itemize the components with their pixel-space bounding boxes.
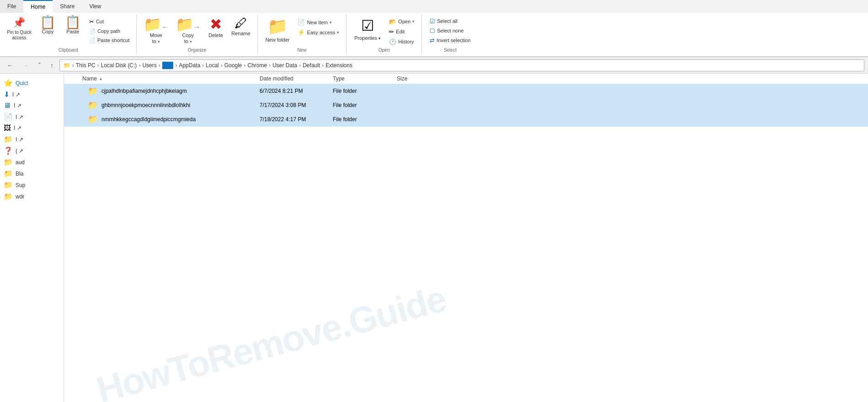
sidebar-item-documents[interactable]: 📄 I ↗ bbox=[0, 111, 64, 123]
edit-label: Edit bbox=[396, 29, 405, 34]
open-small-buttons: 📂 Open ▾ ✏ Edit 🕐 History bbox=[386, 15, 418, 47]
invert-selection-button[interactable]: ⇄ Invert selection bbox=[426, 36, 474, 45]
select-all-icon: ☑ bbox=[430, 18, 435, 25]
sidebar-item-downloads[interactable]: ⬇ I ↗ bbox=[0, 89, 64, 100]
file-name-2: 📁 nmmhkkegccagdldgiimedpiccmgmieda bbox=[64, 114, 256, 124]
file-row-0[interactable]: 📁 cjpalhdlnbpafiamejdnhcphjbkeiagm 6/7/2… bbox=[64, 84, 868, 98]
copy-label-text: Copy bbox=[42, 29, 54, 34]
properties-label: Properties ▾ bbox=[354, 35, 381, 41]
move-to-button[interactable]: 📁← Moveto ▾ bbox=[140, 15, 171, 47]
pictures-icon: 🖼 bbox=[4, 124, 11, 132]
file-row-1[interactable]: 📁 ghbmnnjooekpmoecnnnilnnbdlolhkhi 7/17/… bbox=[64, 98, 868, 113]
sidebar-wdr-label: wdr bbox=[16, 193, 24, 200]
new-folder-button[interactable]: 📁 New folder bbox=[261, 15, 294, 47]
copy-path-button[interactable]: 📄 Copy path bbox=[86, 27, 133, 36]
open-buttons-row: ☑ Properties ▾ 📂 Open ▾ ✏ Edit 🕐 bbox=[350, 15, 418, 47]
select-all-button[interactable]: ☑ Select all bbox=[426, 16, 474, 26]
history-icon: 🕐 bbox=[389, 38, 396, 45]
new-buttons-row: 📁 New folder 📄 New item ▾ ⚡ Easy access … bbox=[261, 15, 342, 47]
folder1-icon: 📁 bbox=[4, 135, 13, 144]
new-group-label: New bbox=[261, 47, 342, 54]
breadcrumb-appdata[interactable]: AppData bbox=[179, 62, 200, 69]
breadcrumb-users[interactable]: Users bbox=[142, 62, 156, 69]
cut-icon: ✂ bbox=[89, 18, 94, 25]
breadcrumb-default[interactable]: Default bbox=[303, 62, 320, 69]
recent-button[interactable]: ˅ bbox=[35, 60, 44, 70]
edit-button[interactable]: ✏ Edit bbox=[386, 27, 418, 37]
tab-share[interactable]: Share bbox=[53, 0, 82, 13]
tab-home[interactable]: Home bbox=[23, 0, 53, 13]
file-type-1: File folder bbox=[329, 102, 393, 108]
tab-file[interactable]: File bbox=[0, 0, 23, 13]
properties-icon: ☑ bbox=[361, 17, 374, 34]
move-to-icon: 📁← bbox=[144, 17, 168, 32]
clipboard-small-buttons: ✂ Cut 📄 Copy path 📄 Paste shortcut bbox=[86, 15, 133, 47]
sidebar-item-pictures[interactable]: 🖼 I ↗ bbox=[0, 123, 64, 134]
breadcrumb[interactable]: 📁 › This PC › Local Disk (C:) › Users › … bbox=[59, 59, 864, 71]
copy-button[interactable]: 📋 Home Copy bbox=[36, 15, 60, 47]
col-header-size[interactable]: Size bbox=[393, 75, 439, 82]
forward-button[interactable]: → bbox=[19, 60, 32, 70]
easy-access-button[interactable]: ⚡ Easy access ▾ bbox=[294, 27, 342, 37]
col-header-type[interactable]: Type bbox=[329, 75, 393, 82]
select-none-icon: ☐ bbox=[430, 27, 435, 34]
sidebar-item-folder1[interactable]: 📁 I ↗ bbox=[0, 134, 64, 145]
properties-button[interactable]: ☑ Properties ▾ bbox=[350, 15, 385, 47]
wdr-icon: 📁 bbox=[4, 192, 13, 201]
sidebar-item-sup[interactable]: 📁 Sup bbox=[0, 179, 64, 191]
breadcrumb-local-disk[interactable]: Local Disk (C:) bbox=[101, 62, 137, 69]
history-button[interactable]: 🕐 History bbox=[386, 37, 418, 47]
select-none-button[interactable]: ☐ Select none bbox=[426, 26, 474, 36]
sidebar-item-quick-access[interactable]: ⭐ Quicl bbox=[0, 77, 64, 89]
ribbon-tabs: File Home Share View bbox=[0, 0, 868, 13]
new-item-label: New item bbox=[307, 20, 328, 25]
breadcrumb-extensions[interactable]: Extensions bbox=[325, 62, 352, 69]
downloads-icon: ⬇ bbox=[4, 90, 10, 99]
organize-group: 📁← Moveto ▾ 📁→ Copyto ▾ ✖ Delete 🖊 Renam… bbox=[137, 15, 258, 54]
sidebar-item-wdr[interactable]: 📁 wdr bbox=[0, 191, 64, 202]
copy-to-icon: 📁→ bbox=[176, 17, 200, 32]
sidebar-item-desktop[interactable]: 🖥 I ↗ bbox=[0, 100, 64, 111]
breadcrumb-local[interactable]: Local bbox=[206, 62, 219, 69]
documents-icon: 📄 bbox=[4, 113, 13, 121]
sidebar: ⭐ Quicl ⬇ I ↗ 🖥 I ↗ 📄 I ↗ 🖼 I ↗ 📁 I ↗ ❓ … bbox=[0, 74, 64, 402]
clipboard-buttons-row: 📌 Pin to Quickaccess 📋 Home Copy 📋 Paste bbox=[4, 15, 133, 47]
copy-icon: 📋 bbox=[40, 16, 56, 29]
file-row-2[interactable]: 📁 nmmhkkegccagdldgiimedpiccmgmieda 7/18/… bbox=[64, 113, 868, 127]
back-button[interactable]: ← bbox=[4, 60, 16, 70]
breadcrumb-google[interactable]: Google bbox=[224, 62, 242, 69]
up-button[interactable]: ↑ bbox=[47, 60, 57, 70]
copy-to-button[interactable]: 📁→ Copyto ▾ bbox=[172, 15, 203, 47]
folder-icon-0: 📁 bbox=[88, 86, 98, 96]
open-label: Open bbox=[398, 19, 410, 24]
breadcrumb-this-pc[interactable]: This PC bbox=[76, 62, 96, 69]
open-button[interactable]: 📂 Open ▾ bbox=[386, 17, 418, 27]
sup-icon: 📁 bbox=[4, 181, 13, 189]
tab-view[interactable]: View bbox=[82, 0, 108, 13]
breadcrumb-folder-icon: 📁 bbox=[64, 62, 70, 69]
cut-button[interactable]: ✂ Cut bbox=[86, 17, 133, 27]
new-item-button[interactable]: 📄 New item ▾ bbox=[294, 17, 342, 27]
new-folder-icon: 📁 bbox=[267, 17, 288, 36]
sidebar-folder1-label: I ↗ bbox=[16, 136, 23, 143]
paste-icon: 📋 bbox=[65, 16, 81, 29]
paste-shortcut-button[interactable]: 📄 Paste shortcut bbox=[86, 36, 133, 45]
paste-button[interactable]: 📋 Paste bbox=[61, 15, 85, 47]
desktop-icon: 🖥 bbox=[4, 102, 11, 110]
sidebar-item-aud[interactable]: 📁 aud bbox=[0, 156, 64, 168]
organize-group-label: Organize bbox=[140, 47, 254, 54]
breadcrumb-user[interactable] bbox=[162, 62, 174, 69]
col-header-date[interactable]: Date modified bbox=[256, 75, 329, 82]
rename-button[interactable]: 🖊 Rename bbox=[228, 15, 254, 47]
sidebar-item-bla[interactable]: 📁 Bla bbox=[0, 168, 64, 179]
breadcrumb-chrome[interactable]: Chrome bbox=[247, 62, 267, 69]
delete-button[interactable]: ✖ Delete bbox=[204, 15, 227, 47]
sidebar-item-unknown[interactable]: ❓ ( ↗ bbox=[0, 145, 64, 156]
col-header-name[interactable]: Name ▲ bbox=[64, 75, 256, 82]
pin-to-quick-access-button[interactable]: 📌 Pin to Quickaccess bbox=[4, 15, 35, 47]
breadcrumb-user-data[interactable]: User Data bbox=[272, 62, 297, 69]
folder-icon-2: 📁 bbox=[88, 114, 98, 124]
select-buttons-row: ☑ Select all ☐ Select none ⇄ Invert sele… bbox=[426, 15, 474, 47]
select-group-label: Select bbox=[426, 47, 474, 54]
history-label: History bbox=[398, 39, 414, 44]
